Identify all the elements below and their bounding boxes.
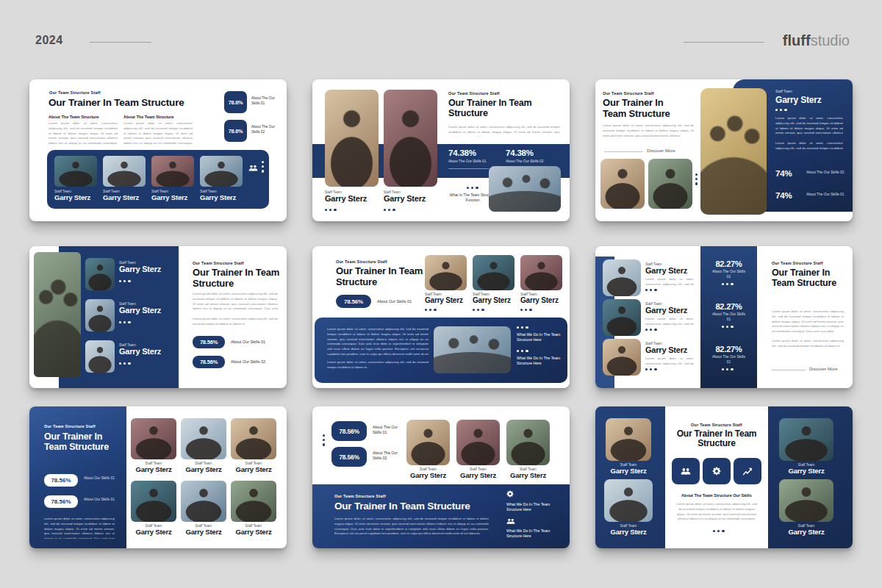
staff-caption: Staff TeamGarry Sterz — [601, 463, 656, 475]
stat-label: About The Our Skills 01 — [373, 425, 406, 436]
team-photo — [434, 326, 511, 373]
stat-label: About Our Skills 01 — [84, 476, 116, 481]
stat-value: 82.27% — [700, 259, 757, 268]
staff-team-label: Staff Team — [775, 90, 792, 93]
stat-label: About The Our Skills 02 — [806, 171, 845, 176]
slide-eyebrow: Our Team Structure Staff — [49, 90, 101, 95]
staff-name: Garry Sterz — [645, 345, 687, 354]
staff-caption: Staff TeamGarry Sterz — [231, 524, 276, 536]
staff-caption: Staff TeamGarry Sterz — [151, 190, 187, 201]
staff-caption: Staff TeamGarry Sterz — [181, 524, 226, 536]
staff-photo — [406, 420, 450, 465]
slide-5[interactable]: Our Team Structure Staff Our Trainer In … — [312, 246, 570, 388]
staff-caption: Staff TeamGarry Sterz — [325, 190, 367, 203]
slide-8[interactable]: 78.56% About The Our Skills 01 78.56% Ab… — [312, 406, 570, 548]
staff-caption: Staff TeamGarry Sterz — [231, 462, 276, 473]
icon-tile — [703, 458, 731, 484]
staff-caption: Staff TeamGarry Sterz — [645, 342, 687, 354]
staff-photo — [200, 156, 243, 187]
ellipsis-dots — [325, 209, 337, 211]
staff-photo — [779, 418, 833, 461]
staff-photo — [85, 340, 115, 373]
ellipsis-dots — [722, 283, 734, 285]
slide-eyebrow: Our Team Structure Staff — [603, 91, 654, 96]
staff-caption: Staff TeamGarry Sterz — [520, 293, 559, 304]
ellipsis-dots — [119, 321, 131, 323]
staff-caption: Staff TeamGarry Sterz — [406, 467, 450, 479]
staff-photo — [103, 156, 146, 187]
stat-label: About The Our Skills 01 — [806, 193, 845, 198]
staff-name: Garry Sterz — [200, 193, 236, 201]
brand-bold: fluff — [783, 32, 811, 49]
feature-label: What We Do In The Team Structure Here — [517, 356, 564, 367]
slide-title: Our Trainer In Team Structure — [673, 429, 761, 449]
brand-light: studio — [811, 32, 850, 49]
staff-caption: Staff TeamGarry Sterz — [506, 467, 550, 479]
slide-6[interactable]: Staff TeamGarry Sterz Lorem ipsum dolor … — [595, 246, 853, 388]
brand-logo: fluffstudio — [783, 32, 850, 49]
skills-caption: About The Team Structure Our Skills — [665, 493, 768, 498]
staff-name: Garry Sterz — [325, 194, 367, 203]
intro-text: Lorem ipsum dolor sit amet, consectetur … — [448, 125, 560, 137]
people-icon — [506, 518, 515, 524]
ellipsis-dots — [119, 362, 131, 365]
content-panel: Lorem ipsum dolor sit amet, consectetur … — [315, 318, 567, 383]
staff-bio: Lorem ipsum dolor sit amet, consectetur … — [645, 317, 694, 326]
stat-label: About The Our Skills 01 — [710, 312, 747, 322]
discover-more-link[interactable]: Discover More — [809, 367, 838, 371]
staff-photo — [520, 255, 562, 290]
stat-value: 82.27% — [700, 302, 757, 311]
stat-value: 74.38% — [448, 148, 476, 157]
staff-photo — [456, 420, 500, 465]
stat-pill: 78.6% — [224, 120, 247, 142]
staff-photo — [384, 90, 437, 187]
staff-name: Garry Sterz — [54, 193, 90, 201]
slide-title: Our Trainer In Team Structure — [772, 268, 836, 288]
staff-caption: Staff TeamGarry Sterz — [119, 302, 161, 315]
team-photo — [489, 166, 561, 212]
ellipsis-dots — [645, 368, 657, 370]
staff-caption: Staff TeamGarry Sterz — [473, 293, 511, 304]
slide-4[interactable]: Staff TeamGarry Sterz Staff TeamGarry St… — [29, 246, 287, 388]
slide-2[interactable]: Staff TeamGarry Sterz Staff TeamGarry St… — [312, 79, 570, 221]
staff-name: Garry Sterz — [779, 467, 833, 475]
stat-value: 74% — [775, 191, 792, 200]
about-heading: About The Team Structure — [49, 115, 118, 119]
stat-label: About The Our Skills 02 — [506, 159, 544, 165]
staff-photo — [231, 418, 276, 459]
kebab-dots-icon — [262, 161, 264, 173]
stat-value: 78.6% — [229, 99, 243, 106]
ellipsis-dots — [722, 326, 734, 328]
slide-3[interactable]: Staff Team Garry Sterz Lorem ipsum dolor… — [595, 79, 853, 221]
header-divider-left — [90, 42, 151, 43]
stat-value: 78.56% — [200, 359, 218, 365]
staff-name: Garry Sterz — [473, 296, 511, 304]
staff-photo — [131, 481, 176, 522]
staff-photo — [779, 479, 833, 522]
slide-eyebrow: Our Team Structure Staff — [665, 423, 768, 427]
discover-more-link[interactable]: Discover More — [647, 148, 675, 153]
staff-name: Garry Sterz — [645, 266, 687, 275]
stat-pill: 78.56% — [44, 474, 78, 487]
slide-1[interactable]: Our Team Structure Staff Our Trainer In … — [29, 79, 287, 221]
stat-label: About Our Skills 01 — [231, 340, 265, 344]
staff-caption: Staff TeamGarry Sterz — [645, 262, 687, 275]
panel-text: Lorem ipsum dolor sit amet, consectetur … — [775, 141, 843, 150]
staff-caption: Staff TeamGarry Sterz — [54, 190, 90, 201]
stat-value: 78.56% — [51, 498, 71, 505]
intro-text: Lorem ipsum dolor sit amet, consectetur … — [193, 292, 278, 312]
icon-tile — [672, 458, 700, 484]
panel-text: Lorem ipsum dolor sit amet, consectetur … — [44, 517, 115, 539]
intro-text: Lorem ipsum dolor sit amet, consectetur … — [676, 502, 757, 523]
slide-eyebrow: Our Team Structure Staff — [336, 259, 387, 264]
slide-7[interactable]: Our Team Structure Staff Our Trainer In … — [29, 406, 287, 548]
feature-label: What We Do In The Team Structure Here — [506, 528, 559, 539]
kebab-dots-icon — [323, 434, 325, 446]
staff-name: Garry Sterz — [406, 471, 450, 479]
staff-caption: Staff TeamGarry Sterz — [181, 462, 226, 473]
staff-caption: Staff TeamGarry Sterz — [119, 261, 161, 273]
staff-photo — [603, 299, 641, 336]
staff-caption: Staff TeamGarry Sterz — [601, 524, 656, 536]
slide-9[interactable]: Staff TeamGarry Sterz Staff TeamGarry St… — [595, 406, 853, 548]
slide-eyebrow: Our Team Structure Staff — [193, 261, 244, 265]
